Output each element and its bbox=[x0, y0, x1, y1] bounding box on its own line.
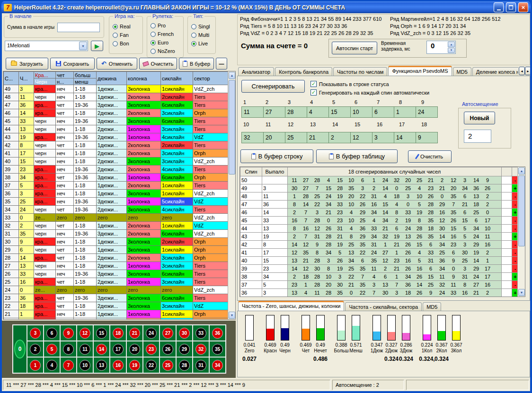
radio-icon[interactable] bbox=[151, 40, 156, 45]
history-row[interactable]: 4413черннеч1-182дюжи...1колонка3сиклайнT… bbox=[4, 125, 229, 133]
board-cell[interactable]: 11 bbox=[77, 341, 93, 357]
board-number-26[interactable]: 26 bbox=[162, 344, 173, 355]
history-row[interactable]: 428чернчет1-181дюжи...2колонка2сиклайнTi… bbox=[4, 141, 229, 149]
board-cell[interactable]: 36 bbox=[209, 325, 226, 341]
history-row[interactable]: 4319кра...неч19-362дюжи...1колонка4сикла… bbox=[4, 133, 229, 141]
board-cell[interactable]: 12 bbox=[77, 325, 93, 341]
board-number-23[interactable]: 23 bbox=[146, 344, 157, 355]
tab-scroll-right-button[interactable]: ► bbox=[525, 67, 530, 75]
tab-Частоты по числам[interactable]: Частоты по числам bbox=[333, 67, 387, 76]
history-row[interactable]: 3834кра...чет19-363дюжи...1колонка6сикла… bbox=[4, 174, 229, 182]
board-cell[interactable]: 2 bbox=[27, 341, 44, 357]
history-row[interactable]: 211кра...неч1-181дюжи...1колонка1сиклайн… bbox=[4, 310, 229, 318]
close-button[interactable]: × bbox=[518, 2, 528, 12]
board-cell[interactable]: 7 bbox=[60, 357, 77, 373]
board-number-31[interactable]: 31 bbox=[195, 360, 206, 371]
board-number-9[interactable]: 9 bbox=[63, 328, 74, 339]
delay-spinner[interactable]: 0 ▲ ▼ bbox=[426, 41, 456, 54]
board-cell[interactable]: 17 bbox=[110, 341, 126, 357]
autoshift-input[interactable]: 2 bbox=[464, 130, 491, 143]
history-row[interactable]: 2713черннеч1-182дюжи...1колонка3сиклайнT… bbox=[4, 262, 229, 270]
board-cell[interactable]: 20 bbox=[126, 341, 143, 357]
board-zero-cell[interactable]: 0 bbox=[13, 325, 27, 373]
board-cell[interactable]: 30 bbox=[176, 325, 193, 341]
checkbox-icon[interactable]: ✓ bbox=[310, 89, 317, 96]
board-number-14[interactable]: 14 bbox=[96, 344, 107, 355]
board-number-29[interactable]: 29 bbox=[179, 344, 190, 355]
history-row[interactable]: 2633черннеч19-363дюжи...3колонка6сиклайн… bbox=[4, 270, 229, 278]
preset-combobox[interactable]: 1Melonati ▼ bbox=[5, 41, 88, 51]
history-row[interactable]: 2218кра...чет1-182дюжи...3колонка3сиклай… bbox=[4, 302, 229, 310]
board-cell[interactable]: 32 bbox=[193, 341, 209, 357]
spins-scrollbar[interactable]: ▲ ▼ bbox=[517, 167, 525, 297]
board-cell[interactable]: 22 bbox=[143, 357, 160, 373]
board-number-36[interactable]: 36 bbox=[212, 328, 223, 339]
board-cell[interactable]: 29 bbox=[176, 341, 193, 357]
radio-live[interactable]: Live bbox=[188, 39, 215, 48]
copy-table-button[interactable]: В буфер таблицу bbox=[316, 149, 398, 163]
board-number-32[interactable]: 32 bbox=[195, 344, 206, 355]
clear-button[interactable]: Очистить bbox=[139, 58, 177, 70]
board-cell[interactable]: 5 bbox=[44, 341, 60, 357]
radio-icon[interactable] bbox=[151, 32, 156, 37]
play-button[interactable]: ▶ bbox=[91, 41, 103, 51]
board-number-25[interactable]: 25 bbox=[162, 360, 173, 371]
board-cell[interactable]: 35 bbox=[209, 341, 226, 357]
board-cell[interactable]: 16 bbox=[110, 357, 126, 373]
combobox-dropdown-icon[interactable]: ▼ bbox=[79, 42, 87, 50]
generate-button[interactable]: Сгенерировать bbox=[241, 80, 305, 93]
radio-multi[interactable]: Multi bbox=[188, 31, 215, 39]
board-cell[interactable]: 25 bbox=[160, 357, 176, 373]
radio-icon[interactable] bbox=[113, 33, 118, 38]
board-number-4[interactable]: 4 bbox=[46, 360, 57, 371]
history-row[interactable]: 4811черннеч1-181дюжи...2колонка2сиклайнT… bbox=[4, 93, 229, 101]
board-cell[interactable]: 26 bbox=[160, 341, 176, 357]
radio-bon[interactable]: Bon bbox=[109, 39, 142, 48]
history-row[interactable]: 240ze...zerozerozerozerozeroVdZ_zch bbox=[4, 286, 229, 294]
board-number-7[interactable]: 7 bbox=[63, 360, 74, 371]
scroll-up-icon[interactable]: ▲ bbox=[518, 167, 525, 175]
collapse-button[interactable]: — bbox=[216, 58, 227, 70]
radio-icon[interactable] bbox=[191, 33, 196, 38]
radio-icon[interactable] bbox=[113, 41, 118, 46]
history-row[interactable]: 363кра...неч1-181дюжи...3колонка1сиклайн… bbox=[4, 190, 229, 198]
start-sum-input[interactable] bbox=[57, 23, 100, 32]
title-bar[interactable]: 7 HelperRoullet 4.32- create helperroull… bbox=[1, 1, 531, 13]
board-number-1[interactable]: 1 bbox=[30, 360, 41, 371]
history-row[interactable]: 3525кра...неч19-363дюжи...1колонка5сикла… bbox=[4, 198, 229, 206]
spin-down-icon[interactable]: ▼ bbox=[448, 48, 455, 53]
board-number-16[interactable]: 16 bbox=[113, 360, 124, 371]
history-row[interactable]: 2336кра...чет19-363дюжи...3колонка6сикла… bbox=[4, 294, 229, 302]
tab-scroll-left-button[interactable]: ◄ bbox=[519, 67, 525, 75]
radio-pro[interactable]: Pro bbox=[147, 21, 183, 30]
board-cell[interactable]: 21 bbox=[126, 325, 143, 341]
history-row[interactable]: 4614кра...чет1-182дюжи...2колонка3сиклай… bbox=[4, 109, 229, 117]
freq-tab-MD5[interactable]: MD5 bbox=[423, 302, 441, 311]
radio-euro[interactable]: Euro bbox=[147, 38, 183, 47]
board-cell[interactable]: 3 bbox=[27, 325, 44, 341]
scroll-up-icon[interactable]: ▲ bbox=[229, 72, 235, 79]
board-number-11[interactable]: 11 bbox=[80, 344, 90, 355]
spins-scrollbar-thumb[interactable] bbox=[518, 175, 525, 246]
board-number-33[interactable]: 33 bbox=[195, 328, 206, 339]
tab-Контроль банкролла[interactable]: Контроль банкролла bbox=[275, 67, 332, 76]
board-number-28[interactable]: 28 bbox=[179, 360, 190, 371]
board-cell[interactable]: 33 bbox=[193, 325, 209, 341]
radio-icon[interactable] bbox=[191, 24, 196, 29]
board-number-35[interactable]: 35 bbox=[212, 344, 223, 355]
freq-tab-Частота - сиклайны, сектора[interactable]: Частота - сиклайны, сектора bbox=[345, 302, 422, 311]
history-row[interactable]: 322чернчет1-181дюжи...2колонка1сиклайнVd… bbox=[4, 222, 229, 230]
tab-Деление колеса на[interactable]: Деление колеса на bbox=[472, 67, 518, 76]
checkbox-autogenerate[interactable]: ✓ Генерировать на каждый спин автоматиче… bbox=[310, 89, 429, 96]
history-row[interactable]: 375кра...неч1-181дюжи...2колонка1сиклайн… bbox=[4, 182, 229, 190]
board-cell[interactable]: 27 bbox=[160, 325, 176, 341]
radio-icon[interactable] bbox=[113, 24, 118, 29]
history-row[interactable]: 3923кра...неч19-362дюжи...2колонка4сикла… bbox=[4, 166, 229, 174]
board-cell[interactable]: 6 bbox=[44, 325, 60, 341]
board-cell[interactable]: 34 bbox=[209, 357, 226, 373]
history-row[interactable]: 2014кра...чет1-182дюжи...2колонка3сиклай… bbox=[4, 318, 229, 320]
board-number-0[interactable]: 0 bbox=[14, 340, 26, 358]
tab-Анализатор[interactable]: Анализатор bbox=[238, 67, 274, 76]
new-button[interactable]: Новый bbox=[464, 112, 495, 124]
board-number-22[interactable]: 22 bbox=[146, 360, 157, 371]
